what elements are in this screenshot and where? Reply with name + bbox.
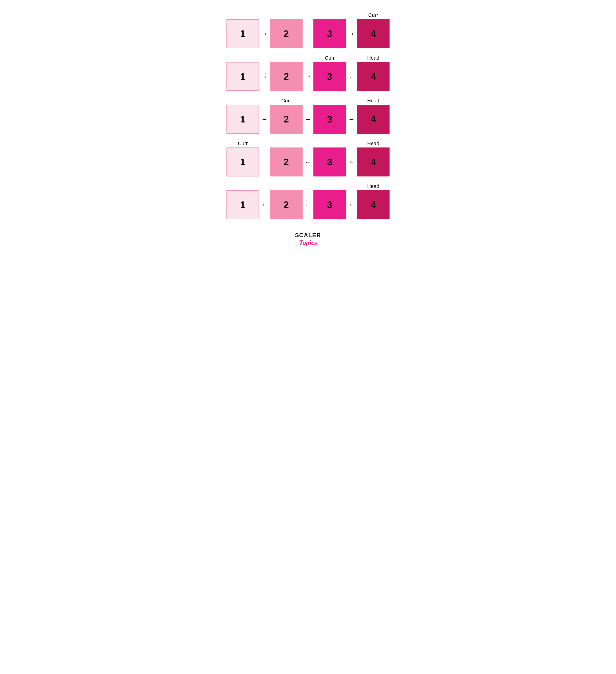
node-r4-n1: 1 — [227, 147, 259, 177]
arrow-r4-a3 — [346, 158, 357, 166]
node-value-r4-n1: 1 — [240, 156, 245, 167]
nodes-row-3: 1234 — [227, 105, 389, 134]
label-slot-r2-n4: Head — [357, 55, 389, 61]
node-r1-n2: 2 — [270, 19, 302, 48]
node-r3-n3: 3 — [314, 105, 346, 134]
arrow-r1-a2 — [302, 30, 314, 37]
node-r5-n1: 1 — [227, 190, 259, 219]
arrow-r2-a2 — [302, 73, 314, 80]
node-value-r4-n3: 3 — [327, 156, 333, 167]
arrow-r3-a3 — [346, 115, 357, 123]
node-r4-n4: 4 — [357, 147, 389, 177]
footer-scaler-text: SCALER — [295, 232, 321, 239]
node-r5-n4: 4 — [357, 190, 389, 219]
node-value-r2-n4: 4 — [371, 71, 376, 82]
arrow-r2-a3 — [346, 73, 357, 80]
row-wrapper-5: Head1234 — [227, 182, 389, 219]
node-value-r1-n2: 2 — [284, 28, 289, 39]
label-slot-r2-n3: Curr — [314, 55, 346, 61]
nodes-row-1: 1234 — [227, 19, 389, 48]
row-wrapper-1: Curr1234 — [227, 11, 389, 48]
node-value-r1-n4: 4 — [371, 28, 376, 39]
label-slot-r3-n4: Head — [357, 98, 389, 104]
node-value-r4-n4: 4 — [371, 156, 376, 167]
node-r2-n4: 4 — [357, 62, 389, 91]
labels-row-3: CurrHead — [227, 96, 389, 104]
node-value-r2-n1: 1 — [240, 71, 245, 82]
labels-row-4: CurrHead — [227, 139, 389, 146]
node-value-r1-n1: 1 — [240, 28, 245, 39]
arrow-r1-a3 — [346, 30, 357, 37]
node-value-r2-n2: 2 — [284, 71, 289, 82]
arrow-r3-a1 — [259, 115, 270, 123]
footer-topics-text: Topics — [299, 239, 317, 247]
label-slot-r4-n4: Head — [357, 141, 389, 146]
arrow-r5-a2 — [302, 201, 314, 209]
node-value-r3-n3: 3 — [327, 114, 333, 125]
node-r1-n3: 3 — [314, 19, 346, 48]
arrow-r4-a2 — [302, 158, 314, 166]
node-r2-n2: 2 — [270, 62, 302, 91]
arrow-r2-a1 — [259, 73, 270, 80]
node-value-r5-n4: 4 — [371, 199, 376, 210]
nodes-row-2: 1234 — [227, 62, 389, 91]
node-r1-n1: 1 — [227, 19, 259, 48]
label-slot-r3-n2: Curr — [270, 98, 302, 104]
node-value-r5-n3: 3 — [327, 199, 333, 210]
node-r3-n4: 4 — [357, 105, 389, 134]
arrow-r5-a1 — [259, 201, 270, 209]
node-value-r2-n3: 3 — [327, 71, 333, 82]
node-value-r5-n2: 2 — [284, 199, 289, 210]
labels-row-1: Curr — [227, 11, 389, 18]
nodes-row-5: 1234 — [227, 190, 389, 219]
node-r4-n2: 2 — [270, 147, 302, 177]
node-r2-n1: 1 — [227, 62, 259, 91]
label-slot-r1-n4: Curr — [357, 12, 389, 18]
node-value-r4-n2: 2 — [284, 156, 289, 167]
diagram-container: Curr1234CurrHead1234CurrHead1234CurrHead… — [227, 11, 389, 225]
row-wrapper-4: CurrHead1234 — [227, 139, 389, 177]
node-value-r1-n3: 3 — [327, 28, 333, 39]
label-slot-r4-n1: Curr — [227, 141, 259, 146]
node-r2-n3: 3 — [314, 62, 346, 91]
labels-row-2: CurrHead — [227, 53, 389, 61]
node-r3-n2: 2 — [270, 105, 302, 134]
node-r5-n2: 2 — [270, 190, 302, 219]
row-wrapper-3: CurrHead1234 — [227, 96, 389, 134]
footer: SCALER Topics — [295, 232, 321, 247]
node-r1-n4: 4 — [357, 19, 389, 48]
node-value-r3-n1: 1 — [240, 114, 245, 125]
nodes-row-4: 1234 — [227, 147, 389, 177]
node-r3-n1: 1 — [227, 105, 259, 134]
labels-row-5: Head — [227, 182, 389, 189]
node-r5-n3: 3 — [314, 190, 346, 219]
arrow-r1-a1 — [259, 30, 270, 37]
arrow-r3-a2 — [302, 115, 314, 123]
arrow-r5-a3 — [346, 201, 357, 209]
node-value-r3-n4: 4 — [371, 114, 376, 125]
node-value-r5-n1: 1 — [240, 199, 245, 210]
node-r4-n3: 3 — [314, 147, 346, 177]
node-value-r3-n2: 2 — [284, 114, 289, 125]
label-slot-r5-n4: Head — [357, 183, 389, 189]
row-wrapper-2: CurrHead1234 — [227, 53, 389, 91]
